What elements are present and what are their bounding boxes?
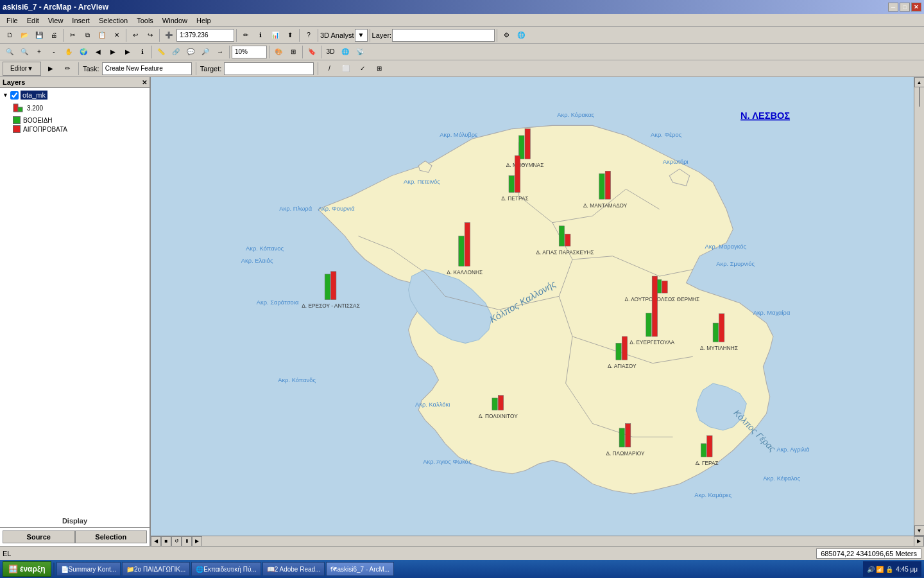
paste-button[interactable]: 📋 <box>95 28 109 42</box>
scroll-up-button[interactable]: ▲ <box>914 77 925 87</box>
horizontal-scrollbar[interactable]: ◀ ■ ↺ ⏸ ▶ ▶ <box>151 536 924 546</box>
layer-dropdown[interactable] <box>392 29 495 42</box>
zoom-in-button[interactable]: 🔍 <box>3 45 17 59</box>
mxd-button[interactable]: 📊 <box>268 28 282 42</box>
redo-button[interactable]: ↪ <box>143 28 157 42</box>
editor-dropdown-btn[interactable]: Editor ▼ <box>3 62 41 76</box>
zoom-out-button[interactable]: 🔍 <box>17 45 31 59</box>
identify-button[interactable]: ℹ <box>253 28 268 42</box>
taskbar-item-4[interactable]: 📖 2 Adobe Read... <box>262 562 325 576</box>
add-data-button[interactable]: ➕ <box>162 28 176 42</box>
expand-icon[interactable]: ▼ <box>3 92 8 98</box>
select-button[interactable]: ▶ <box>121 45 135 59</box>
help-button[interactable]: ? <box>302 28 316 42</box>
tab-source[interactable]: Source <box>3 530 75 543</box>
prev-extent-button[interactable]: ◀ <box>91 45 105 59</box>
task-dropdown[interactable]: Create New Feature <box>102 62 192 75</box>
title-controls: ─ □ ✕ <box>888 3 921 12</box>
sketch-btn3[interactable]: ✓ <box>355 62 370 76</box>
scroll-right-button[interactable]: ▶ <box>914 536 924 547</box>
edit-arrow[interactable]: ▶ <box>44 62 58 76</box>
3d-btn[interactable]: 3D <box>323 45 338 59</box>
main-area: Layers ✕ ▼ ota_mk 3.200 <box>0 77 924 546</box>
sketch-btn1[interactable]: / <box>322 62 336 76</box>
open-button[interactable]: 📂 <box>17 28 31 42</box>
save-button[interactable]: 💾 <box>32 28 46 42</box>
menu-window[interactable]: Window <box>158 16 191 25</box>
taskbar-item-5[interactable]: 🗺 askisi6_7 - ArcM... <box>326 562 394 576</box>
maximize-button[interactable]: □ <box>900 3 910 12</box>
html-popup-button[interactable]: 💬 <box>184 45 198 59</box>
start-button[interactable]: 🪟 έναρξη <box>3 561 51 577</box>
find-button[interactable]: 🔎 <box>198 45 212 59</box>
toc-close-button[interactable]: ✕ <box>142 79 147 86</box>
zoom-pct-dropdown[interactable]: 10% <box>232 46 267 58</box>
scroll-stop-button[interactable]: ■ <box>161 536 171 547</box>
layer-checkbox[interactable] <box>10 91 19 100</box>
next-extent-button[interactable]: ▶ <box>106 45 120 59</box>
svg-rect-68 <box>707 435 712 457</box>
scale-icon <box>13 102 24 114</box>
export-button[interactable]: ⬆ <box>283 28 297 42</box>
undo-button[interactable]: ↩ <box>128 28 142 42</box>
menu-insert[interactable]: Insert <box>68 16 94 25</box>
fixed-zoom-in[interactable]: + <box>32 45 46 59</box>
analyst-dropdown[interactable]: ▼ <box>355 29 368 42</box>
menu-file[interactable]: File <box>3 16 22 25</box>
menu-tools[interactable]: Tools <box>133 16 157 25</box>
sketch-btn4[interactable]: ⊞ <box>372 62 386 76</box>
scroll-pause-button[interactable]: ⏸ <box>182 536 192 547</box>
layer-header: ▼ ota_mk <box>3 91 147 100</box>
taskbar-label-2: 2ο ΠΑΙΔΑΓΩΓΙΚ... <box>134 566 185 573</box>
delete-button[interactable]: ✕ <box>110 28 124 42</box>
target-dropdown[interactable] <box>224 62 314 75</box>
scroll-next-button[interactable]: ▶ <box>192 536 202 547</box>
identify-btn2[interactable]: ℹ <box>135 45 150 59</box>
edit-pen[interactable]: ✏ <box>60 62 74 76</box>
scale-dropdown[interactable]: 1:379.236 <box>176 29 234 42</box>
scene-btn[interactable]: 📡 <box>353 45 367 59</box>
fixed-zoom-out[interactable]: - <box>47 45 61 59</box>
cut-button[interactable]: ✂ <box>65 28 80 42</box>
map-container[interactable]: Ν. ΛΕΣΒΟΣ Κόλπος Καλλονής Κόλπος Γέρας Α… <box>151 77 914 536</box>
print-button[interactable]: 🖨 <box>47 28 61 42</box>
new-button[interactable]: 🗋 <box>3 28 17 42</box>
svg-rect-55 <box>616 343 621 360</box>
menu-help[interactable]: Help <box>193 16 215 25</box>
sketch-btn2[interactable]: ⬜ <box>339 62 353 76</box>
bg-color[interactable]: 🎨 <box>271 45 286 59</box>
close-button[interactable]: ✕ <box>911 3 921 12</box>
bookmarks-btn[interactable]: 🔖 <box>305 45 319 59</box>
tool2[interactable]: 🌐 <box>514 28 528 42</box>
taskbar-label-5: askisi6_7 - ArcM... <box>337 566 389 573</box>
menu-selection[interactable]: Selection <box>95 16 132 25</box>
zoom-display[interactable]: ⊞ <box>286 45 300 59</box>
layer-name[interactable]: ota_mk <box>21 91 47 100</box>
scroll-track-v[interactable] <box>918 87 921 525</box>
scroll-left-button[interactable]: ◀ <box>151 536 161 547</box>
sep15 <box>196 62 196 75</box>
copy-button[interactable]: ⧉ <box>80 28 94 42</box>
toolbar-zoom: 🔍 🔍 + - ✋ 🌍 ◀ ▶ ▶ ℹ 📏 🔗 💬 🔎 → 10% 🎨 ⊞ 🔖 … <box>0 44 924 60</box>
hyperlink-button[interactable]: 🔗 <box>169 45 183 59</box>
go-to-button[interactable]: → <box>213 45 227 59</box>
vertical-scrollbar[interactable]: ▲ ▼ <box>914 77 924 536</box>
globe-btn[interactable]: 🌐 <box>338 45 352 59</box>
scroll-down-button[interactable]: ▼ <box>914 525 925 536</box>
taskbar-item-2[interactable]: 📁 2ο ΠΑΙΔΑΓΩΓΙΚ... <box>122 562 190 576</box>
svg-rect-52 <box>646 313 651 337</box>
full-extent-button[interactable]: 🌍 <box>76 45 90 59</box>
cape-kefalos: Ακρ. Κέφαλος <box>763 475 800 482</box>
taskbar-item-3[interactable]: 🌐 Εκπαιδευτική Πύ... <box>191 562 261 576</box>
scroll-thumb-v[interactable] <box>919 87 920 107</box>
tool1[interactable]: ⚙ <box>499 28 513 42</box>
menu-view[interactable]: View <box>44 16 67 25</box>
editor-button[interactable]: ✏ <box>239 28 253 42</box>
measure-button[interactable]: 📏 <box>154 45 168 59</box>
menu-edit[interactable]: Edit <box>23 16 43 25</box>
scroll-refresh-button[interactable]: ↺ <box>171 536 182 547</box>
taskbar-item-1[interactable]: 📄 Summary Kont... <box>56 562 121 576</box>
pan-button[interactable]: ✋ <box>62 45 76 59</box>
tab-selection[interactable]: Selection <box>75 530 148 543</box>
minimize-button[interactable]: ─ <box>888 3 898 12</box>
